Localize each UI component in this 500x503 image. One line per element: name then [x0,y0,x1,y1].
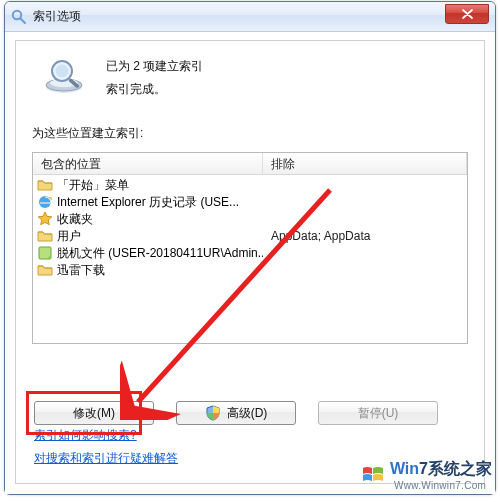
status-text: 已为 2 项建立索引 索引完成。 [106,53,203,101]
folder-icon [37,262,53,278]
column-header-exclude[interactable]: 排除 [263,153,467,174]
row-label: 脱机文件 (USER-20180411UR\Admin... [57,245,263,262]
index-status-icon [42,53,90,97]
content-panel: 已为 2 项建立索引 索引完成。 为这些位置建立索引: 包含的位置 排除 「开始… [15,40,485,484]
table-row[interactable]: 「开始」菜单 [33,177,467,194]
table-row[interactable]: 迅雷下载 [33,262,467,279]
titlebar[interactable]: 索引选项 [5,2,495,32]
listview-body: 「开始」菜单Internet Explorer 历史记录 (USE...收藏夹用… [33,175,467,281]
modify-button[interactable]: 修改(M) [34,401,154,425]
row-label: Internet Explorer 历史记录 (USE... [57,194,239,211]
locations-label: 为这些位置建立索引: [32,125,468,142]
status-row: 已为 2 项建立索引 索引完成。 [32,53,468,101]
column-header-included[interactable]: 包含的位置 [33,153,263,174]
window-title: 索引选项 [33,8,81,25]
status-line-1: 已为 2 项建立索引 [106,55,203,78]
client-area: 已为 2 项建立索引 索引完成。 为这些位置建立索引: 包含的位置 排除 「开始… [5,32,495,494]
link-how-indexing-affects-search[interactable]: 索引如何影响搜索? [34,427,178,444]
svg-point-6 [56,65,69,78]
advanced-button[interactable]: 高级(D) [176,401,296,425]
row-label: 「开始」菜单 [57,177,129,194]
indexing-options-window: 索引选项 已为 2 项建立索引 [4,1,496,495]
help-links: 索引如何影响搜索? 对搜索和索引进行疑难解答 [34,427,178,467]
link-troubleshoot-search[interactable]: 对搜索和索引进行疑难解答 [34,450,178,467]
table-row[interactable]: 脱机文件 (USER-20180411UR\Admin... [33,245,467,262]
row-label: 用户 [57,228,81,245]
star-icon [37,211,53,227]
table-row[interactable]: Internet Explorer 历史记录 (USE... [33,194,467,211]
row-exclude: AppData; AppData [263,229,467,243]
locations-listview[interactable]: 包含的位置 排除 「开始」菜单Internet Explorer 历史记录 (U… [32,152,468,344]
row-label: 收藏夹 [57,211,93,228]
folder-icon [37,177,53,193]
row-label: 迅雷下载 [57,262,105,279]
advanced-button-label: 高级(D) [227,405,268,422]
svg-line-1 [20,18,25,23]
table-row[interactable]: 用户AppData; AppData [33,228,467,245]
close-button[interactable] [445,4,489,24]
pause-button-label: 暂停(U) [358,405,399,422]
ie-icon [37,194,53,210]
modify-button-label: 修改(M) [73,405,115,422]
button-row: 修改(M) 高级(D) 暂停(U) [34,401,466,425]
listview-header[interactable]: 包含的位置 排除 [33,153,467,175]
shield-icon [205,405,221,421]
folder-icon [37,228,53,244]
pause-button[interactable]: 暂停(U) [318,401,438,425]
app-icon [11,9,27,25]
sticky-icon [37,245,53,261]
table-row[interactable]: 收藏夹 [33,211,467,228]
status-line-2: 索引完成。 [106,78,203,101]
